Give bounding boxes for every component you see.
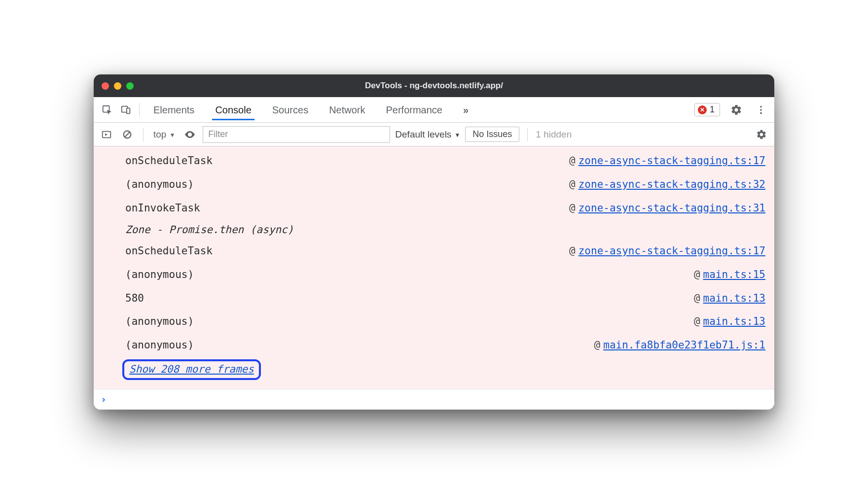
frame-function: onInvokeTask <box>125 200 200 217</box>
minimize-window-button[interactable] <box>114 82 121 90</box>
separator <box>143 128 144 141</box>
stack-frame: onScheduleTask @zone-async-stack-tagging… <box>122 240 768 263</box>
svg-point-5 <box>760 112 762 114</box>
window-title: DevTools - ng-devtools.netlify.app/ <box>94 81 774 91</box>
frame-function: (anonymous) <box>125 176 194 194</box>
stack-frame: onScheduleTask @zone-async-stack-tagging… <box>122 149 768 173</box>
stack-frame: (anonymous) @main.ts:13 <box>122 310 768 334</box>
tab-elements[interactable]: Elements <box>150 100 197 120</box>
source-link[interactable]: main.ts:13 <box>703 292 765 304</box>
tab-label: Network <box>329 104 365 115</box>
separator <box>527 128 528 141</box>
frame-function: (anonymous) <box>125 313 194 331</box>
console-settings-gear-icon[interactable] <box>754 127 769 142</box>
tab-sources[interactable]: Sources <box>269 100 311 120</box>
console-toolbar: top ▼ Default levels ▼ No Issues 1 hidde… <box>94 123 774 146</box>
issues-label: No Issues <box>472 129 512 139</box>
context-label: top <box>153 129 166 140</box>
tab-label: Sources <box>272 104 308 115</box>
close-window-button[interactable] <box>102 82 109 90</box>
live-expression-eye-icon[interactable] <box>182 127 198 142</box>
device-toolbar-icon[interactable] <box>117 102 134 118</box>
prompt-caret-icon: › <box>101 393 107 405</box>
stack-frame: (anonymous) @main.fa8bfa0e23f1eb71.js:1 <box>122 334 768 357</box>
inspect-element-icon[interactable] <box>99 102 115 118</box>
error-count-pill[interactable]: ✕ 1 <box>694 103 720 116</box>
source-link[interactable]: main.fa8bfa0e23f1eb71.js:1 <box>603 339 765 351</box>
chevron-down-icon: ▼ <box>454 132 460 138</box>
error-icon: ✕ <box>698 105 707 114</box>
stack-frame: (anonymous) @zone-async-stack-tagging.ts… <box>122 173 768 197</box>
levels-label: Default levels <box>395 129 451 140</box>
clear-console-icon[interactable] <box>119 127 135 142</box>
hidden-count: 1 hidden <box>536 129 572 140</box>
stack-frame: (anonymous) @main.ts:15 <box>122 263 768 287</box>
stack-frame: onInvokeTask @zone-async-stack-tagging.t… <box>122 197 768 220</box>
titlebar: DevTools - ng-devtools.netlify.app/ <box>94 74 774 97</box>
svg-point-4 <box>760 109 762 111</box>
kebab-menu-icon[interactable] <box>753 102 769 118</box>
frame-function: onScheduleTask <box>125 242 213 260</box>
source-link[interactable]: zone-async-stack-tagging.ts:32 <box>579 178 765 190</box>
filter-input[interactable] <box>203 126 390 143</box>
stack-frame: 580 @main.ts:13 <box>122 287 768 311</box>
source-link[interactable]: main.ts:13 <box>703 315 765 327</box>
show-more-frames-link[interactable]: Show 208 more frames <box>129 363 254 375</box>
svg-point-9 <box>189 134 191 136</box>
panel-tabs: Elements Console Sources Network Perform… <box>150 100 471 120</box>
source-link[interactable]: zone-async-stack-tagging.ts:17 <box>579 155 765 167</box>
main-tabbar: Elements Console Sources Network Perform… <box>94 97 774 123</box>
window-controls <box>102 82 134 90</box>
zoom-window-button[interactable] <box>126 82 134 90</box>
toggle-console-drawer-icon[interactable] <box>99 127 114 142</box>
tabs-overflow-icon[interactable]: » <box>460 100 471 120</box>
source-link[interactable]: zone-async-stack-tagging.ts:31 <box>579 202 765 214</box>
frame-function: onScheduleTask <box>125 152 213 170</box>
source-link[interactable]: main.ts:15 <box>703 269 765 280</box>
error-count: 1 <box>710 104 715 115</box>
issues-button[interactable]: No Issues <box>465 127 519 142</box>
tab-network[interactable]: Network <box>326 100 368 120</box>
frame-function: 580 <box>125 290 144 308</box>
tab-label: Elements <box>153 104 194 115</box>
svg-rect-2 <box>127 108 130 113</box>
show-more-frames-highlight: Show 208 more frames <box>122 359 261 380</box>
tab-console[interactable]: Console <box>212 100 254 120</box>
tab-label: Performance <box>386 104 443 115</box>
svg-line-8 <box>125 132 130 137</box>
source-link[interactable]: zone-async-stack-tagging.ts:17 <box>579 245 765 257</box>
settings-gear-icon[interactable] <box>728 102 745 118</box>
svg-point-3 <box>760 106 762 108</box>
async-boundary: Zone - Promise.then (async) <box>122 220 768 240</box>
frame-function: (anonymous) <box>125 266 194 284</box>
console-prompt[interactable]: › <box>94 389 774 410</box>
execution-context-selector[interactable]: top ▼ <box>151 128 177 141</box>
log-levels-selector[interactable]: Default levels ▼ <box>395 129 460 140</box>
separator <box>139 103 140 117</box>
tab-performance[interactable]: Performance <box>383 100 446 120</box>
chevron-down-icon: ▼ <box>169 132 175 138</box>
tab-label: Console <box>215 104 251 115</box>
frame-function: (anonymous) <box>125 337 194 354</box>
console-output: onScheduleTask @zone-async-stack-tagging… <box>94 146 774 389</box>
devtools-window: DevTools - ng-devtools.netlify.app/ Elem… <box>94 74 774 410</box>
